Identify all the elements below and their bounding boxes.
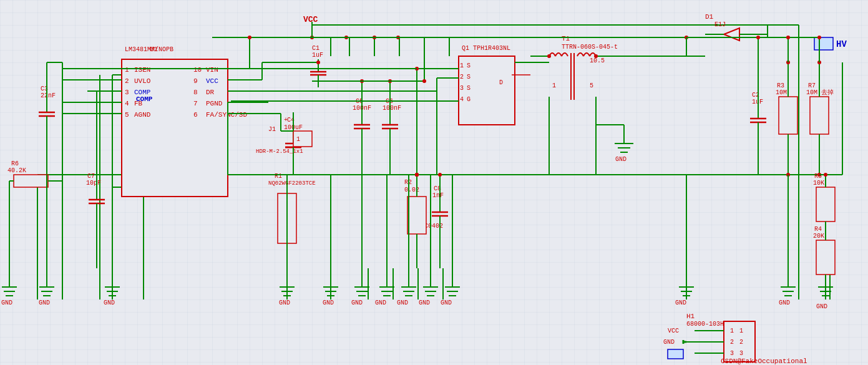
svg-text:TTRN-060S-045-t: TTRN-060S-045-t <box>562 44 618 51</box>
svg-text:GND: GND <box>419 299 430 306</box>
svg-text:4: 4 <box>125 100 129 107</box>
svg-text:R7: R7 <box>808 82 816 89</box>
svg-text:PGND: PGND <box>206 100 223 107</box>
svg-text:3: 3 <box>125 89 129 96</box>
svg-text:VCC: VCC <box>668 328 679 334</box>
svg-text:+: + <box>284 117 288 124</box>
svg-text:C1: C1 <box>312 45 319 52</box>
svg-text:10: 10 <box>193 66 202 74</box>
svg-text:GND: GND <box>104 299 115 306</box>
svg-text:R4: R4 <box>814 226 822 233</box>
svg-text:E1J: E1J <box>714 21 726 28</box>
svg-text:VCC: VCC <box>303 15 318 24</box>
svg-rect-160 <box>779 97 797 134</box>
svg-text:GND: GND <box>615 156 627 163</box>
svg-text:10M: 10M <box>776 89 787 96</box>
svg-text:HDR-M-2.54_1x1: HDR-M-2.54_1x1 <box>256 148 303 155</box>
svg-text:VIN: VIN <box>206 66 218 74</box>
svg-text:GND: GND <box>675 299 686 306</box>
svg-text:22nF: 22nF <box>41 92 56 99</box>
svg-text:10K: 10K <box>813 180 824 187</box>
svg-rect-155 <box>407 197 426 234</box>
svg-text:UVLO: UVLO <box>134 77 151 85</box>
svg-text:GND: GND <box>816 303 827 310</box>
svg-text:2: 2 <box>739 339 743 346</box>
svg-point-228 <box>817 36 821 39</box>
svg-text:GND: GND <box>663 339 675 346</box>
svg-text:4: 4 <box>460 96 464 103</box>
svg-text:2: 2 <box>125 77 129 85</box>
svg-text:3: 3 <box>730 350 734 357</box>
svg-rect-335 <box>668 349 683 359</box>
svg-text:GND: GND <box>1 299 12 306</box>
svg-point-349 <box>248 36 251 39</box>
svg-text:6: 6 <box>193 111 198 119</box>
svg-text:J1: J1 <box>268 126 276 133</box>
svg-text:VCC: VCC <box>206 77 218 85</box>
svg-text:R6: R6 <box>11 160 19 167</box>
svg-rect-175 <box>14 175 48 187</box>
svg-rect-170 <box>816 187 835 221</box>
svg-text:ISEN: ISEN <box>134 66 150 74</box>
svg-text:GND: GND <box>323 299 334 306</box>
svg-text:10.5: 10.5 <box>590 57 605 64</box>
svg-text:GND: GND <box>351 299 363 306</box>
svg-text:2: 2 <box>730 339 734 346</box>
svg-text:COMP: COMP <box>136 95 153 103</box>
schematic-canvas: 1 ISEN 2 UVLO 3 COMP 4 FB 5 AGND 10 VIN … <box>0 0 868 365</box>
svg-text:D: D <box>499 79 503 86</box>
svg-text:10pF: 10pF <box>86 180 101 187</box>
svg-text:AGND: AGND <box>134 111 151 119</box>
svg-text:D1: D1 <box>705 13 714 21</box>
svg-text:GND: GND <box>39 299 50 306</box>
svg-text:40.2K: 40.2K <box>7 167 26 174</box>
svg-text:GND: GND <box>441 299 452 306</box>
svg-text:C7: C7 <box>87 173 95 180</box>
svg-text:100nF: 100nF <box>383 105 401 112</box>
svg-text:10M 去掉: 10M 去掉 <box>806 89 834 96</box>
svg-point-377 <box>438 173 442 177</box>
svg-text:1: 1 <box>460 62 464 69</box>
svg-text:H1: H1 <box>686 313 695 320</box>
svg-point-238 <box>756 36 760 39</box>
svg-text:1: 1 <box>125 66 129 74</box>
svg-text:NQ02WGF2203TCE: NQ02WGF2203TCE <box>268 180 316 187</box>
svg-text:20K: 20K <box>813 233 824 240</box>
svg-text:7: 7 <box>193 100 198 107</box>
svg-text:9: 9 <box>193 77 198 85</box>
svg-point-354 <box>316 61 320 64</box>
svg-rect-90 <box>814 37 833 50</box>
svg-text:S: S <box>467 85 471 92</box>
svg-text:GND: GND <box>375 299 386 306</box>
svg-text:GND: GND <box>397 299 408 306</box>
svg-text:3: 3 <box>739 350 743 357</box>
svg-text:1nF: 1nF <box>432 192 444 199</box>
svg-text:8: 8 <box>193 89 198 96</box>
svg-text:T1: T1 <box>562 35 570 42</box>
svg-text:S: S <box>467 62 471 69</box>
svg-rect-165 <box>816 240 835 275</box>
svg-point-236 <box>824 173 827 177</box>
svg-point-227 <box>786 36 790 39</box>
svg-point-205 <box>422 79 426 83</box>
svg-text:1uF: 1uF <box>312 52 323 59</box>
svg-point-379 <box>415 173 419 177</box>
svg-text:2: 2 <box>460 74 464 80</box>
svg-text:G: G <box>467 96 471 103</box>
svg-rect-181 <box>810 97 829 134</box>
svg-point-195 <box>547 54 551 58</box>
svg-text:CSDN@FakeOccupational: CSDN@FakeOccupational <box>721 358 807 365</box>
svg-point-196 <box>594 54 598 58</box>
svg-text:HV: HV <box>836 39 847 49</box>
svg-text:3: 3 <box>460 85 464 92</box>
svg-text:1: 1 <box>739 328 743 334</box>
svg-text:1: 1 <box>730 328 734 334</box>
svg-text:R1: R1 <box>275 173 282 180</box>
svg-text:1: 1 <box>296 136 300 143</box>
svg-text:5: 5 <box>125 111 129 119</box>
svg-text:FA/SYNC/SD: FA/SYNC/SD <box>206 111 247 119</box>
svg-text:1: 1 <box>552 82 556 89</box>
svg-text:R3: R3 <box>777 82 784 89</box>
svg-text:LM3481MM/NOPB: LM3481MM/NOPB <box>125 46 173 53</box>
svg-text:GND: GND <box>779 299 790 306</box>
